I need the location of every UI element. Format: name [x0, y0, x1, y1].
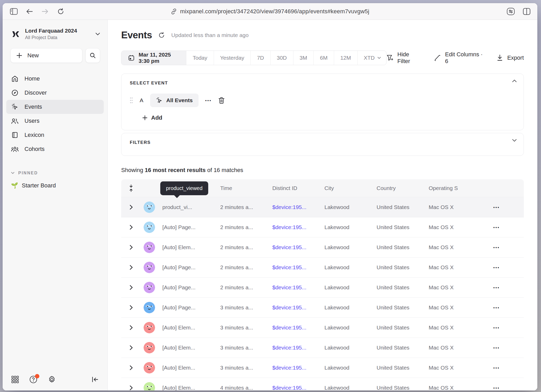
- row-menu-dots[interactable]: •••: [493, 326, 500, 330]
- column-header-time[interactable]: Time: [220, 185, 272, 191]
- event-more-options[interactable]: •••: [205, 98, 212, 103]
- row-expand-icon[interactable]: [121, 345, 141, 350]
- time-cell: 3 minutes a...: [220, 304, 272, 311]
- row-expand-icon[interactable]: [121, 225, 141, 230]
- page-title: Events: [121, 30, 152, 41]
- back-icon[interactable]: [25, 7, 34, 16]
- date-picker[interactable]: Mar 11, 2025 3:30 pm: [121, 51, 186, 65]
- book-icon: [11, 132, 19, 138]
- collapse-sidebar-icon[interactable]: [92, 376, 99, 383]
- url-text: mixpanel.com/project/3472420/view/397469…: [180, 8, 369, 15]
- apps-grid-icon[interactable]: [11, 376, 19, 383]
- sidebar-item-label: Home: [24, 75, 40, 82]
- row-menu-dots[interactable]: •••: [493, 225, 500, 230]
- hide-filter-button[interactable]: Hide Filter: [386, 51, 421, 65]
- browser-sidebar-toggle-icon[interactable]: [9, 7, 18, 16]
- distinct-id-link[interactable]: $device:195...: [272, 345, 324, 351]
- preset-6m[interactable]: 6M: [313, 51, 334, 65]
- row-menu-dots[interactable]: •••: [493, 245, 500, 250]
- date-range-control: Mar 11, 2025 3:30 pm Today Yesterday 7D …: [121, 51, 386, 65]
- trash-icon[interactable]: [218, 97, 225, 104]
- preset-xtd-dropdown[interactable]: XTD: [357, 51, 386, 65]
- table-row[interactable]: [Auto] Page...3 minutes a...$device:195.…: [121, 297, 524, 317]
- select-event-collapse-icon[interactable]: [512, 79, 517, 82]
- distinct-id-link[interactable]: $device:195...: [272, 304, 324, 311]
- page-settings-icon[interactable]: [507, 8, 515, 15]
- row-menu-dots[interactable]: •••: [493, 386, 500, 390]
- table-row[interactable]: [Auto] Elem...3 minutes a...$device:195.…: [121, 338, 524, 358]
- refresh-icon[interactable]: [56, 7, 65, 16]
- table-row[interactable]: [Auto] Page...2 minutes a...$device:195.…: [121, 257, 524, 277]
- gear-icon[interactable]: [48, 376, 56, 383]
- row-menu-dots[interactable]: •••: [493, 285, 500, 290]
- table-row[interactable]: [Auto] Elem...4 minutes a...$device:195.…: [121, 378, 524, 390]
- column-header-city[interactable]: City: [324, 185, 377, 191]
- row-expand-icon[interactable]: [121, 325, 141, 330]
- row-expand-icon[interactable]: [121, 265, 141, 270]
- add-event-button[interactable]: Add: [130, 114, 515, 121]
- distinct-id-link[interactable]: $device:195...: [272, 224, 324, 230]
- preset-7d[interactable]: 7D: [250, 51, 270, 65]
- column-header-os[interactable]: Operating S: [429, 185, 484, 191]
- export-button[interactable]: Export: [497, 54, 524, 61]
- drag-handle-icon[interactable]: [130, 97, 133, 103]
- sidebar-item-events[interactable]: Events: [6, 100, 104, 114]
- address-bar[interactable]: mixpanel.com/project/3472420/view/397469…: [171, 3, 369, 20]
- collapse-all-icon[interactable]: [121, 184, 141, 192]
- table-row[interactable]: [Auto] Page...2 minutes a...$device:195.…: [121, 217, 524, 237]
- preset-today[interactable]: Today: [186, 51, 213, 65]
- distinct-id-link[interactable]: $device:195...: [272, 204, 324, 210]
- workspace-chevron-icon[interactable]: [95, 33, 100, 36]
- table-row[interactable]: [Auto] Elem...2 minutes a...$device:195.…: [121, 237, 524, 257]
- filters-expand-icon[interactable]: [512, 139, 517, 142]
- sidebar-item-home[interactable]: Home: [6, 72, 104, 86]
- seedling-emoji: 🌱: [11, 182, 18, 189]
- table-row[interactable]: product_vi...2 minutes a...$device:195..…: [121, 197, 524, 217]
- sidebar-item-starter-board[interactable]: 🌱 Starter Board: [3, 182, 107, 189]
- column-header-distinct-id[interactable]: Distinct ID: [272, 185, 324, 191]
- sidebar-item-users[interactable]: Users: [6, 114, 104, 128]
- distinct-id-link[interactable]: $device:195...: [272, 244, 324, 250]
- row-expand-icon[interactable]: [121, 245, 141, 250]
- row-menu-dots[interactable]: •••: [493, 205, 500, 210]
- row-expand-icon[interactable]: [121, 385, 141, 390]
- preset-yesterday[interactable]: Yesterday: [214, 51, 251, 65]
- help-button[interactable]: [29, 375, 38, 384]
- row-actions-cell: •••: [484, 386, 524, 390]
- distinct-id-link[interactable]: $device:195...: [272, 365, 324, 371]
- table-row[interactable]: [Auto] Page...2 minutes a...$device:195.…: [121, 277, 524, 297]
- row-menu-dots[interactable]: •••: [493, 305, 500, 310]
- table-row[interactable]: [Auto] Elem...3 minutes a...$device:195.…: [121, 317, 524, 338]
- new-button[interactable]: New: [10, 48, 82, 63]
- row-expand-icon[interactable]: [121, 285, 141, 290]
- search-button[interactable]: [85, 48, 100, 63]
- event-selector-chip[interactable]: All Events: [150, 94, 199, 107]
- row-menu-dots[interactable]: •••: [493, 346, 500, 350]
- distinct-id-link[interactable]: $device:195...: [272, 385, 324, 390]
- os-cell: Mac OS X: [429, 204, 484, 210]
- row-menu-dots[interactable]: •••: [493, 366, 500, 370]
- sidebar-item-lexicon[interactable]: Lexicon: [6, 128, 104, 142]
- table-row[interactable]: [Auto] Elem...3 minutes a...$device:195.…: [121, 358, 524, 378]
- workspace-switcher[interactable]: Lord Farquaad 2024 All Project Data: [3, 28, 107, 40]
- column-header-country[interactable]: Country: [377, 185, 429, 191]
- split-view-icon[interactable]: [523, 8, 531, 15]
- distinct-id-link[interactable]: $device:195...: [272, 284, 324, 291]
- row-expand-icon[interactable]: [121, 365, 141, 370]
- row-menu-dots[interactable]: •••: [493, 265, 500, 270]
- country-cell: United States: [377, 345, 429, 351]
- pinned-section-header[interactable]: PINNED: [3, 171, 107, 175]
- sidebar-item-cohorts[interactable]: Cohorts: [6, 142, 104, 156]
- edit-columns-button[interactable]: Edit Columns · 6: [434, 51, 483, 65]
- preset-12m[interactable]: 12M: [334, 51, 357, 65]
- row-expand-icon[interactable]: [121, 205, 141, 210]
- preset-3m[interactable]: 3M: [293, 51, 313, 65]
- row-expand-icon[interactable]: [121, 305, 141, 310]
- distinct-id-link[interactable]: $device:195...: [272, 264, 324, 271]
- refresh-data-icon[interactable]: [158, 32, 165, 39]
- distinct-id-link[interactable]: $device:195...: [272, 324, 324, 331]
- row-actions-cell: •••: [484, 265, 524, 270]
- time-cell: 4 minutes a...: [220, 385, 272, 390]
- sidebar-item-discover[interactable]: Discover: [6, 86, 104, 100]
- preset-30d[interactable]: 30D: [270, 51, 293, 65]
